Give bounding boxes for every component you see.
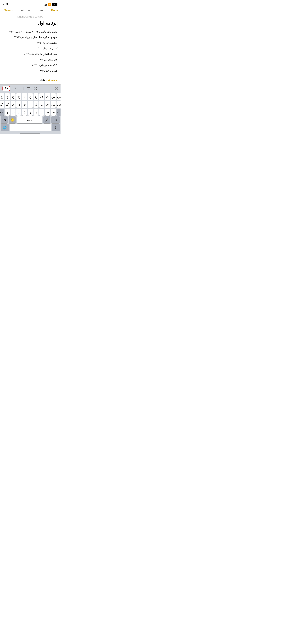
camera-icon bbox=[27, 87, 30, 90]
keyboard: چ ج ح خ ه ع غ ف ق ص ض گ ک م ن ت ا ل ب ی … bbox=[0, 92, 61, 134]
key-ze[interactable]: ز bbox=[34, 109, 39, 116]
share-icon[interactable]: ↑ bbox=[34, 8, 36, 12]
checklist-icon bbox=[13, 87, 17, 90]
key-sad[interactable]: ص bbox=[51, 93, 56, 100]
key-zad[interactable]: ض bbox=[57, 93, 61, 100]
back-button[interactable]: ‹ Search bbox=[3, 9, 13, 12]
key-y[interactable]: ی bbox=[45, 101, 50, 108]
key-ch[interactable]: چ bbox=[0, 93, 4, 100]
status-bar: 4:27 📶 37 bbox=[0, 0, 61, 8]
delete-key[interactable]: ⌫ bbox=[57, 109, 61, 116]
svg-point-0 bbox=[14, 88, 14, 88]
key-tha[interactable]: ث bbox=[0, 109, 4, 116]
close-icon bbox=[55, 87, 58, 90]
key-kh[interactable]: خ bbox=[16, 93, 21, 100]
key-he[interactable]: ه bbox=[22, 93, 27, 100]
note-line-2: سومو اسکوات با دمبل پا رو استپ ۱۲*۳ bbox=[3, 35, 57, 40]
note-body[interactable]: پشت ران ماشین ۳*۱۰+ پشت ران دمبل ۱۲*۳ سو… bbox=[3, 29, 57, 74]
key-t[interactable]: ت bbox=[22, 101, 27, 108]
note-line-1: پشت ران ماشین ۳*۱۰+ پشت ران دمبل ۱۲*۳ bbox=[3, 29, 57, 34]
camera-button[interactable] bbox=[27, 87, 30, 90]
keyboard-row-3: ث و پ د ذ ر ز ژ ط ظ ⌫ bbox=[0, 108, 61, 116]
more-icon[interactable]: ••• bbox=[39, 8, 43, 12]
space-key-2[interactable] bbox=[10, 124, 51, 131]
key-d[interactable]: د bbox=[16, 109, 21, 116]
key-m[interactable]: م bbox=[11, 101, 16, 108]
key-q[interactable]: ق bbox=[45, 93, 50, 100]
note-line-4: کتلبل سویینگ ۱۲*۳ bbox=[3, 46, 57, 51]
table-button[interactable] bbox=[20, 87, 24, 90]
table-icon bbox=[20, 87, 24, 90]
pen-button[interactable]: A bbox=[34, 87, 37, 90]
key-v[interactable]: و bbox=[5, 109, 10, 116]
home-bar bbox=[20, 133, 40, 134]
svg-text:A: A bbox=[35, 88, 36, 90]
keyboard-space-row: ۱۲۳ 🙂 فاصله 🎤 ⇥ bbox=[0, 116, 61, 124]
close-keyboard-button[interactable] bbox=[55, 87, 58, 90]
keyboard-bottom-row: 🌐 🎙 bbox=[0, 124, 61, 132]
keyboard-row-2: گ ک م ن ت ا ل ب ی س ش bbox=[0, 100, 61, 108]
done-button[interactable]: Done bbox=[51, 9, 58, 12]
key-z[interactable]: ذ bbox=[22, 109, 27, 116]
back-chevron-icon: ‹ bbox=[3, 9, 4, 12]
keyboard-toolbar: Aa A bbox=[0, 84, 61, 92]
note-footer-link[interactable]: برنامه دوم bbox=[46, 78, 57, 81]
note-line-5: هیپ ابداکشن با مالتی‌هیپ۳*۱۰ bbox=[3, 52, 57, 57]
note-area: August 24, 2022 at 10:36 PM برنامه اول پ… bbox=[0, 14, 61, 84]
microphone-bottom-key[interactable]: 🎙 bbox=[52, 124, 60, 131]
checklist-button[interactable] bbox=[13, 87, 17, 90]
key-h[interactable]: ح bbox=[11, 93, 16, 100]
key-a[interactable]: ا bbox=[28, 101, 33, 108]
microphone-key[interactable]: 🎤 bbox=[43, 116, 50, 124]
note-footer-repeat: تکرار bbox=[40, 78, 45, 81]
key-f[interactable]: ف bbox=[39, 93, 44, 100]
svg-rect-5 bbox=[20, 87, 23, 90]
back-label: Search bbox=[4, 9, 13, 12]
key-j[interactable]: ج bbox=[5, 93, 10, 100]
key-za[interactable]: ظ bbox=[51, 109, 56, 116]
home-indicator bbox=[0, 132, 61, 134]
key-s[interactable]: س bbox=[51, 101, 56, 108]
key-k[interactable]: ک bbox=[5, 101, 10, 108]
note-line-3: ددلیفت تک پا ۱۰*۳ bbox=[3, 40, 57, 46]
toolbar-actions: ↩ ↪ ↑ ••• bbox=[21, 8, 43, 12]
keyboard-row-1: چ ج ح خ ه ع غ ف ق ص ض bbox=[0, 92, 61, 100]
signal-icon bbox=[45, 4, 47, 6]
key-sh[interactable]: ش bbox=[57, 101, 61, 108]
note-line-6: هک معکوس ۳*۸ bbox=[3, 57, 57, 62]
svg-point-11 bbox=[28, 88, 29, 89]
wifi-icon: 📶 bbox=[48, 3, 51, 6]
key-l[interactable]: ل bbox=[34, 101, 39, 108]
key-n[interactable]: ن bbox=[16, 101, 21, 108]
key-r[interactable]: ر bbox=[28, 109, 33, 116]
key-ta[interactable]: ط bbox=[45, 109, 50, 116]
battery-icon: 37 bbox=[52, 3, 57, 6]
undo-icon[interactable]: ↩ bbox=[21, 8, 24, 12]
emoji-key[interactable]: 🙂 bbox=[9, 116, 16, 124]
redo-icon[interactable]: ↪ bbox=[28, 8, 30, 12]
key-g[interactable]: گ bbox=[0, 101, 4, 108]
note-line-7: کیکسیت هر طرف ۳*۱۰ bbox=[3, 62, 57, 68]
globe-key[interactable]: 🌐 bbox=[1, 124, 9, 131]
key-p[interactable]: پ bbox=[11, 109, 16, 116]
number-key[interactable]: ۱۲۳ bbox=[1, 116, 8, 124]
note-line-8: کوه‌دره تبتی ۳*۸ bbox=[3, 68, 57, 74]
svg-point-2 bbox=[14, 88, 14, 89]
space-key[interactable]: فاصله bbox=[17, 116, 42, 124]
note-title[interactable]: برنامه اول bbox=[3, 20, 57, 26]
key-zh[interactable]: ژ bbox=[39, 109, 44, 116]
toolbar: ‹ Search ↩ ↪ ↑ ••• Done bbox=[0, 8, 61, 14]
pen-icon: A bbox=[34, 87, 37, 90]
key-ain[interactable]: ع bbox=[28, 93, 33, 100]
key-b[interactable]: ب bbox=[39, 101, 44, 108]
status-time: 4:27 bbox=[3, 3, 8, 6]
note-date: August 24, 2022 at 10:36 PM bbox=[3, 16, 57, 18]
note-footer: برنامه دوم تکرار bbox=[3, 78, 57, 81]
status-icons: 📶 37 bbox=[45, 3, 57, 6]
key-gh[interactable]: غ bbox=[34, 93, 39, 100]
format-button[interactable]: Aa bbox=[3, 86, 10, 91]
return-key[interactable]: ⇥ bbox=[51, 116, 60, 124]
